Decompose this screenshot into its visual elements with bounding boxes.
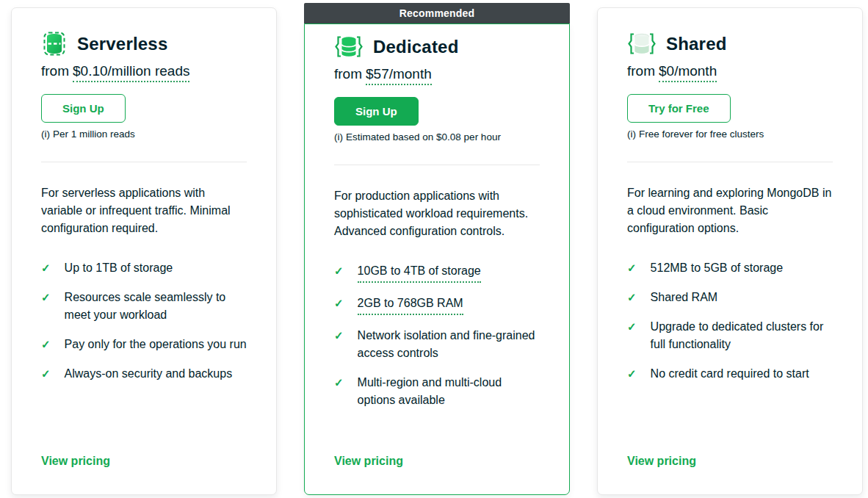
check-icon: ✓ <box>334 295 344 312</box>
card-body-dedicated: Dedicated from$57/month Sign Up (i)Estim… <box>304 24 570 495</box>
price-prefix: from <box>334 66 362 82</box>
serverless-database-icon <box>41 32 68 56</box>
shared-database-icon <box>627 32 657 56</box>
feature-item: ✓Pay only for the operations you run <box>41 336 247 353</box>
feature-text[interactable]: 10GB to 4TB of storage <box>358 262 481 283</box>
pricing-cards-row: Serverless from$0.10/million reads Sign … <box>0 0 868 495</box>
feature-item: ✓No credit card required to start <box>627 365 833 383</box>
sign-up-button[interactable]: Sign Up <box>41 94 126 123</box>
feature-list: ✓Up to 1TB of storage✓Resources scale se… <box>41 259 247 394</box>
check-icon: ✓ <box>627 318 637 336</box>
divider <box>627 162 833 162</box>
plan-caption: (i)Free forever for free clusters <box>627 129 833 140</box>
caption-text: Per 1 million reads <box>53 129 135 140</box>
check-icon: ✓ <box>627 259 637 277</box>
recommended-banner: Recommended <box>304 3 570 24</box>
feature-item: ✓Resources scale seamlessly to meet your… <box>41 289 247 324</box>
info-icon: (i) <box>41 129 50 140</box>
check-icon: ✓ <box>334 374 344 391</box>
check-icon: ✓ <box>627 365 637 383</box>
card-body-shared: Shared from$0/month Try for Free (i)Free… <box>597 7 863 495</box>
divider <box>41 162 247 162</box>
feature-list: ✓512MB to 5GB of storage✓Shared RAM✓Upgr… <box>627 259 833 394</box>
feature-item: ✓10GB to 4TB of storage <box>334 262 540 283</box>
pricing-card-dedicated: Recommended Dedicated <box>304 3 570 495</box>
feature-item: ✓Multi-region and multi-cloud options av… <box>334 374 540 409</box>
view-pricing-link[interactable]: View pricing <box>334 455 540 468</box>
check-icon: ✓ <box>41 259 51 277</box>
dedicated-database-icon <box>334 35 364 59</box>
plan-title: Dedicated <box>373 37 459 57</box>
feature-text: Always-on security and backups <box>65 365 233 383</box>
feature-item: ✓Shared RAM <box>627 289 833 306</box>
plan-title: Shared <box>666 34 727 54</box>
check-icon: ✓ <box>41 289 51 306</box>
feature-text: Pay only for the operations you run <box>65 336 247 353</box>
view-pricing-link[interactable]: View pricing <box>627 455 833 468</box>
feature-text: Up to 1TB of storage <box>65 259 173 277</box>
price-amount[interactable]: $0/month <box>659 63 717 82</box>
feature-item: ✓Network isolation and fine-grained acce… <box>334 327 540 362</box>
feature-text: Network isolation and fine-grained acces… <box>358 327 540 362</box>
plan-price: from$0.10/million reads <box>41 63 247 79</box>
feature-text: Multi-region and multi-cloud options ava… <box>358 374 540 409</box>
price-prefix: from <box>627 63 655 79</box>
divider <box>334 165 540 165</box>
plan-price: from$0/month <box>627 63 833 79</box>
pricing-card-serverless: Serverless from$0.10/million reads Sign … <box>11 7 277 495</box>
feature-item: ✓Up to 1TB of storage <box>41 259 247 277</box>
price-amount[interactable]: $0.10/million reads <box>73 63 189 82</box>
plan-title: Serverless <box>77 34 167 54</box>
feature-list: ✓10GB to 4TB of storage✓2GB to 768GB RAM… <box>334 262 540 421</box>
plan-description: For production applications with sophist… <box>334 187 540 240</box>
check-icon: ✓ <box>41 336 51 353</box>
try-for-free-button[interactable]: Try for Free <box>627 94 731 123</box>
feature-text: Upgrade to dedicated clusters for full f… <box>651 318 833 353</box>
feature-text: Resources scale seamlessly to meet your … <box>65 289 247 324</box>
pricing-card-shared: Shared from$0/month Try for Free (i)Free… <box>597 7 863 495</box>
view-pricing-link[interactable]: View pricing <box>41 455 247 468</box>
price-prefix: from <box>41 63 69 79</box>
feature-item: ✓512MB to 5GB of storage <box>627 259 833 277</box>
feature-item: ✓Always-on security and backups <box>41 365 247 383</box>
feature-item: ✓2GB to 768GB RAM <box>334 295 540 315</box>
check-icon: ✓ <box>334 327 344 344</box>
sign-up-button[interactable]: Sign Up <box>334 97 419 126</box>
feature-text: 512MB to 5GB of storage <box>651 259 784 277</box>
plan-caption: (i)Per 1 million reads <box>41 129 247 140</box>
card-body-serverless: Serverless from$0.10/million reads Sign … <box>11 7 277 495</box>
info-icon: (i) <box>334 131 343 142</box>
price-amount[interactable]: $57/month <box>366 66 432 85</box>
feature-item: ✓Upgrade to dedicated clusters for full … <box>627 318 833 353</box>
plan-header: Serverless <box>41 32 247 56</box>
feature-text: Shared RAM <box>651 289 718 306</box>
check-icon: ✓ <box>334 262 344 280</box>
pricing-page: Serverless from$0.10/million reads Sign … <box>0 0 868 498</box>
check-icon: ✓ <box>627 289 637 306</box>
caption-text: Estimated based on $0.08 per hour <box>346 131 501 142</box>
info-icon: (i) <box>627 129 636 140</box>
plan-caption: (i)Estimated based on $0.08 per hour <box>334 131 540 142</box>
plan-price: from$57/month <box>334 66 540 82</box>
check-icon: ✓ <box>41 365 51 383</box>
plan-description: For serverless applications with variabl… <box>41 184 247 237</box>
plan-description: For learning and exploring MongoDB in a … <box>627 184 833 237</box>
caption-text: Free forever for free clusters <box>639 129 764 140</box>
plan-header: Shared <box>627 32 833 56</box>
plan-header: Dedicated <box>334 35 540 59</box>
feature-text[interactable]: 2GB to 768GB RAM <box>358 295 463 315</box>
feature-text: No credit card required to start <box>651 365 809 383</box>
